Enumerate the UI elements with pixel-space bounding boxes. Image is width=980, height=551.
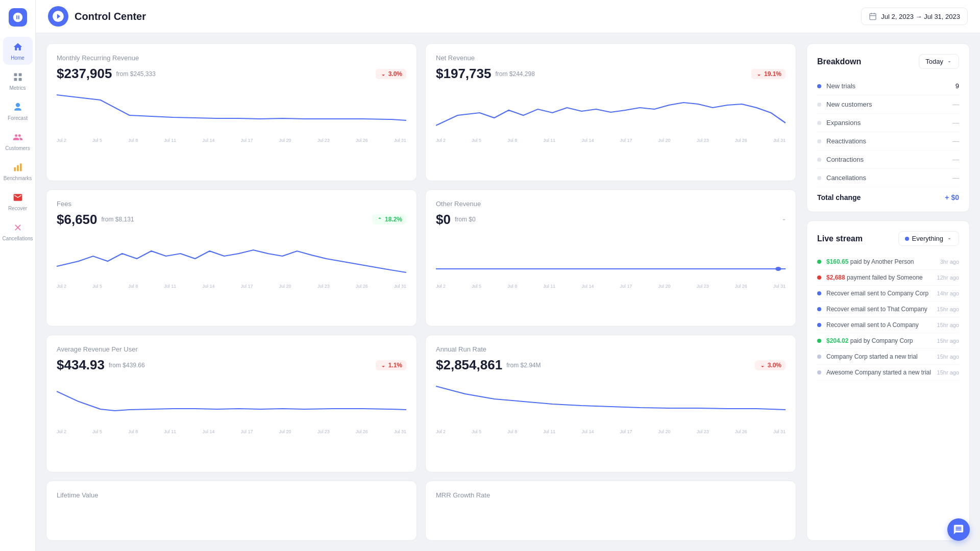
sidebar-item-metrics[interactable]: Metrics <box>3 67 33 95</box>
expansions-label: Expansions <box>826 119 952 127</box>
contractions-label: Contractions <box>826 156 952 163</box>
cancellations-breakdown-label: Cancellations <box>826 174 952 182</box>
net-revenue-value: $197,735 <box>436 66 491 82</box>
stream-item-2: Recover email sent to Company Corp 14hr … <box>817 286 959 302</box>
mrr-from: from $245,333 <box>116 70 155 78</box>
cancellations-breakdown-dot <box>817 176 821 180</box>
content-area: Monthly Recurring Revenue $237,905 from … <box>36 33 980 551</box>
breakdown-title: Breakdown <box>817 57 861 66</box>
stream-text-2: Recover email sent to Company Corp <box>826 290 937 297</box>
new-customers-label: New customers <box>826 101 952 108</box>
svg-rect-6 <box>20 164 21 171</box>
livestream-list: $160.65 paid by Another Person 3hr ago $… <box>817 254 959 381</box>
net-revenue-card: Net Revenue $197,735 from $244,298 19.1% <box>425 43 796 181</box>
sidebar-item-recover-label: Recover <box>8 206 27 211</box>
livestream-card: Live stream Everything $160.65 paid by A… <box>806 220 970 541</box>
app-logo[interactable] <box>9 8 27 27</box>
fees-x-labels: Jul 2Jul 5Jul 8Jul 11Jul 14Jul 17Jul 20J… <box>57 284 406 289</box>
stream-time-5: 15hr ago <box>937 338 959 344</box>
new-trials-dot <box>817 84 821 88</box>
other-revenue-from: from $0 <box>455 216 476 223</box>
sidebar-item-cancellations[interactable]: Cancellations <box>3 217 33 245</box>
breakdown-card: Breakdown Today New trials 9 New custome… <box>806 43 970 212</box>
stream-time-6: 15hr ago <box>937 354 959 360</box>
livestream-filter-select[interactable]: Everything <box>898 231 959 246</box>
breakdown-row-reactivations: Reactivations — <box>817 132 959 151</box>
svg-rect-3 <box>18 78 21 81</box>
fees-value-row: $6,650 from $8,131 18.2% <box>57 212 406 228</box>
other-revenue-change: - <box>782 214 786 225</box>
sidebar-item-forecast-label: Forecast <box>8 115 28 121</box>
fees-from: from $8,131 <box>102 216 134 223</box>
svg-rect-0 <box>14 73 17 77</box>
other-revenue-card: Other Revenue $0 from $0 - Jul 2Jul 5Jul… <box>425 189 796 327</box>
arr-chart <box>436 381 786 427</box>
mrr-chart <box>57 90 406 136</box>
sidebar-item-home-label: Home <box>11 55 24 61</box>
contractions-dash: — <box>952 156 959 163</box>
ltv-card: Lifetime Value <box>46 481 417 541</box>
mrr-badge: 3.0% <box>376 69 406 79</box>
svg-rect-7 <box>870 14 876 20</box>
metrics-icon <box>12 71 24 83</box>
svg-point-12 <box>775 267 781 271</box>
arr-x-labels: Jul 2Jul 5Jul 8Jul 11Jul 14Jul 17Jul 20J… <box>436 429 786 434</box>
sidebar-item-customers[interactable]: Customers <box>3 127 33 155</box>
recover-icon <box>12 191 24 204</box>
chevron-down-icon <box>946 59 952 65</box>
stream-text-6: Company Corp started a new trial <box>826 353 937 360</box>
cancellations-icon <box>12 221 24 234</box>
livestream-header: Live stream Everything <box>817 231 959 246</box>
stream-dot-1 <box>817 276 821 280</box>
arr-value-row: $2,854,861 from $2.94M 3.0% <box>436 357 786 373</box>
other-revenue-value-row: $0 from $0 - <box>436 212 786 228</box>
sidebar-item-recover[interactable]: Recover <box>3 187 33 215</box>
arr-from: from $2.94M <box>506 362 541 369</box>
svg-rect-1 <box>18 73 21 77</box>
net-revenue-x-labels: Jul 2Jul 5Jul 8Jul 11Jul 14Jul 17Jul 20J… <box>436 138 786 143</box>
stream-time-4: 15hr ago <box>937 322 959 328</box>
net-revenue-badge: 19.1% <box>751 69 786 79</box>
net-revenue-title: Net Revenue <box>436 54 786 62</box>
arpu-from: from $439.66 <box>109 362 145 369</box>
stream-dot-4 <box>817 323 821 327</box>
fees-badge: 18.2% <box>372 214 406 224</box>
sidebar-item-cancellations-label: Cancellations <box>2 236 33 241</box>
stream-item-1: $2,688 payment failed by Someone 12hr ag… <box>817 270 959 286</box>
down-arrow-icon <box>380 70 387 78</box>
mrr-growth-title: MRR Growth Rate <box>436 491 786 499</box>
chat-button[interactable] <box>947 518 970 541</box>
expansions-dash: — <box>952 119 959 127</box>
breakdown-total-label: Total change <box>817 193 861 202</box>
stream-dot-3 <box>817 307 821 311</box>
stream-item-3: Recover email sent to That Company 15hr … <box>817 302 959 317</box>
breakdown-row-new-customers: New customers — <box>817 95 959 114</box>
stream-text-7: Awesome Company started a new trial <box>826 369 937 376</box>
header-logo <box>48 6 68 27</box>
net-revenue-chart <box>436 90 786 136</box>
livestream-title: Live stream <box>817 234 863 243</box>
sidebar-item-forecast[interactable]: Forecast <box>3 97 33 125</box>
sidebar-item-home[interactable]: Home <box>3 37 33 65</box>
page-title: Control Center <box>75 11 146 22</box>
metrics-grid: Monthly Recurring Revenue $237,905 from … <box>46 43 796 541</box>
date-range-picker[interactable]: Jul 2, 2023 → Jul 31, 2023 <box>861 8 968 25</box>
net-revenue-from: from $244,298 <box>495 70 534 78</box>
net-revenue-value-row: $197,735 from $244,298 19.1% <box>436 66 786 82</box>
breakdown-row-cancellations: Cancellations — <box>817 169 959 187</box>
sidebar-item-benchmarks[interactable]: Benchmarks <box>3 157 33 185</box>
arpu-badge: 1.1% <box>376 360 406 370</box>
expansions-dot <box>817 121 821 125</box>
livestream-filter-label: Everything <box>912 235 943 242</box>
stream-text-5: $204.02 paid by Company Corp <box>826 337 937 344</box>
svg-rect-4 <box>14 167 15 171</box>
stream-dot-6 <box>817 355 821 359</box>
arpu-x-labels: Jul 2Jul 5Jul 8Jul 11Jul 14Jul 17Jul 20J… <box>57 429 406 434</box>
mrr-growth-card: MRR Growth Rate <box>425 481 796 541</box>
other-revenue-dash: - <box>782 214 786 225</box>
breakdown-row-expansions: Expansions — <box>817 114 959 132</box>
breakdown-period-select[interactable]: Today <box>919 54 959 69</box>
arr-badge: 3.0% <box>755 360 786 370</box>
main-content: Control Center Jul 2, 2023 → Jul 31, 202… <box>36 0 980 551</box>
stream-item-6: Company Corp started a new trial 15hr ag… <box>817 349 959 365</box>
